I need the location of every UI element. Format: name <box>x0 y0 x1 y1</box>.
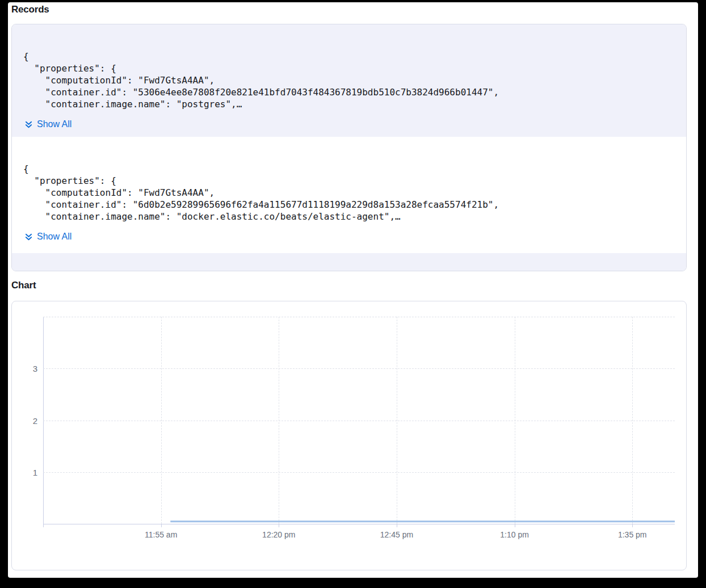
record-item-partial <box>12 253 686 271</box>
show-all-label: Show All <box>37 232 72 242</box>
show-all-button[interactable]: Show All <box>24 119 72 129</box>
record-json: { "properties": { "computationId": "Fwd7… <box>23 51 675 110</box>
record-item: { "properties": { "computationId": "Fwd7… <box>12 24 686 137</box>
record-item: { "properties": { "computationId": "Fwd7… <box>12 137 686 253</box>
chart-panel: 12311:55 am12:20 pm12:45 pm1:10 pm1:35 p… <box>11 301 687 570</box>
chart-section-title: Chart <box>11 280 36 291</box>
double-chevron-down-icon <box>24 120 33 129</box>
app-window: Records { "properties": { "computationId… <box>8 2 698 578</box>
show-all-button[interactable]: Show All <box>24 232 72 242</box>
records-panel: { "properties": { "computationId": "Fwd7… <box>11 24 687 271</box>
record-json: { "properties": { "computationId": "Fwd7… <box>23 163 675 222</box>
chart-series-layer <box>12 301 687 551</box>
records-section-title: Records <box>11 4 49 15</box>
show-all-label: Show All <box>37 119 72 129</box>
double-chevron-down-icon <box>24 233 33 241</box>
chart-plot-area[interactable]: 12311:55 am12:20 pm12:45 pm1:10 pm1:35 p… <box>12 301 686 570</box>
